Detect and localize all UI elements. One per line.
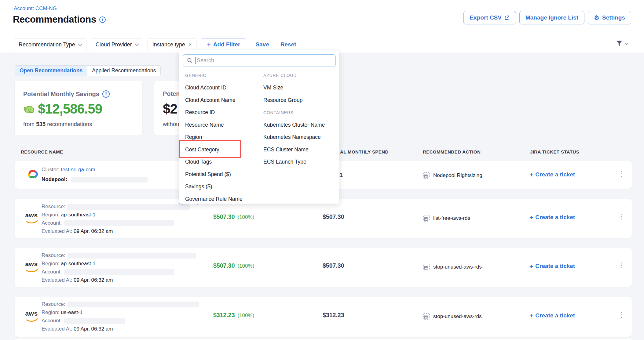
filter-chip-cloud-provider[interactable]: Cloud Provider <box>91 38 143 51</box>
breadcrumb[interactable]: Account: CCM-NG <box>14 5 57 12</box>
potential-monthly-savings-card: Potential Monthly Savings ? $12,586.59 f… <box>15 81 142 136</box>
evaluated-at-label: Evaluated At: <box>42 326 72 332</box>
search-icon <box>187 58 193 63</box>
filter-option-resource-id[interactable]: Resource ID <box>185 107 243 119</box>
redacted-value <box>68 253 196 259</box>
filter-option-kubernetes-namespace[interactable]: Kubernetes Namespace <box>263 131 325 144</box>
row-menu-kebab-icon[interactable]: ⋮ <box>618 262 625 269</box>
table-row: aws Resource: Region: us-east-1 Account:… <box>15 297 632 337</box>
filter-chip-recommendation-type[interactable]: Recommendation Type <box>14 38 86 51</box>
region-label: Region: <box>42 309 60 315</box>
region-label: Region: <box>42 212 60 218</box>
section-label-azure-cloud: AZURE CLOUD <box>263 69 325 82</box>
recommended-action-label: stop-unused-aws-rds <box>433 313 482 320</box>
filter-option-region[interactable]: Region <box>185 131 243 144</box>
filter-option-cloud-tags[interactable]: Cloud Tags <box>185 156 243 168</box>
filter-option-cost-category[interactable]: Cost Category <box>185 143 243 156</box>
table-row: aws Resource: Region: ap-southeast-1 Acc… <box>15 199 632 238</box>
export-csv-label: Export CSV <box>470 14 502 21</box>
recommendations-page: Account: CCM-NG Recommendations i Export… <box>0 0 644 340</box>
filter-option-kubernetes-cluster-name[interactable]: Kubernetes Cluster Name <box>263 119 325 131</box>
col-header-jira-ticket-status: JIRA TICKET STATUS <box>530 149 579 154</box>
recommendations-tabs: Open Recommendations Applied Recommendat… <box>15 65 161 76</box>
recommended-action-label: Nodepool Rightsizing <box>433 172 482 179</box>
evaluated-at-value: 09 Apr, 06:32 am <box>74 277 113 283</box>
filter-option-governance-rule-name[interactable]: Governance Rule Name <box>185 193 243 205</box>
row-menu-kebab-icon[interactable]: ⋮ <box>618 213 625 220</box>
redacted-value <box>64 269 174 275</box>
plus-icon: + <box>529 214 533 221</box>
top-bar: Account: CCM-NG Recommendations i Export… <box>0 0 644 36</box>
chip-label: Instance type <box>152 42 185 48</box>
gcp-icon <box>26 168 38 179</box>
reset-filter-button[interactable]: Reset <box>280 41 296 48</box>
filter-panel-toggle[interactable] <box>615 40 628 48</box>
add-filter-popup: GENERIC Cloud Account ID Cloud Account N… <box>179 50 339 204</box>
filter-option-savings[interactable]: Savings ($) <box>185 181 243 193</box>
section-label-generic: GENERIC <box>185 69 243 82</box>
create-ticket-link[interactable]: + Create a ticket <box>529 263 575 269</box>
create-ticket-link[interactable]: + Create a ticket <box>529 312 575 319</box>
redacted-value <box>64 220 174 226</box>
filter-option-resource-name[interactable]: Resource Name <box>185 119 243 131</box>
tab-open-recommendations[interactable]: Open Recommendations <box>15 66 87 76</box>
export-csv-button[interactable]: Export CSV <box>463 11 516 24</box>
create-ticket-link[interactable]: + Create a ticket <box>529 214 575 221</box>
aws-icon: aws <box>24 261 38 272</box>
help-icon[interactable]: ? <box>102 90 110 98</box>
filter-option-cloud-account-id[interactable]: Cloud Account ID <box>185 82 243 94</box>
settings-button[interactable]: ⚙ Settings <box>588 11 631 24</box>
resource-label: Resource: <box>42 252 65 258</box>
close-icon[interactable]: × <box>188 42 192 47</box>
chevron-down-icon[interactable] <box>78 42 82 46</box>
savings-note: from 535 recommendations <box>23 121 92 128</box>
evaluated-at-label: Evaluated At: <box>42 277 72 283</box>
broken-image-icon <box>423 215 430 222</box>
total-monthly-spend-value: $507.30 <box>323 262 344 269</box>
filter-option-ecs-cluster-name[interactable]: ECS Cluster Name <box>263 143 325 156</box>
filter-option-vm-size[interactable]: VM Size <box>263 82 325 94</box>
filter-option-resource-group[interactable]: Resource Group <box>263 94 325 107</box>
manage-ignore-list-button[interactable]: Manage Ignore List <box>519 11 584 24</box>
filter-chip-instance-type[interactable]: Instance type × <box>148 38 197 51</box>
plus-icon: + <box>529 263 533 269</box>
filter-option-ecs-launch-type[interactable]: ECS Launch Type <box>263 156 325 168</box>
tab-applied-recommendations[interactable]: Applied Recommendations <box>87 66 160 76</box>
region-value: ap-southeast-1 <box>61 261 95 266</box>
chevron-down-icon[interactable] <box>135 42 139 46</box>
row-menu-kebab-icon[interactable]: ⋮ <box>618 311 625 318</box>
region-label: Region: <box>42 261 60 266</box>
info-icon[interactable]: i <box>99 16 106 23</box>
redacted-value <box>68 302 199 307</box>
create-ticket-link[interactable]: + Create a ticket <box>529 171 575 178</box>
monthly-savings-value: $312.23(100%) <box>213 312 254 319</box>
save-filter-button[interactable]: Save <box>255 41 269 48</box>
col-header-resource-name: RESOURCE NAME <box>21 149 63 154</box>
monthly-savings-value: $507.30(100%) <box>213 262 254 269</box>
nodepool-label: Nodepool: <box>42 176 67 182</box>
cluster-label: Cluster: <box>42 167 60 172</box>
page-title: Recommendations <box>13 14 96 25</box>
search-input[interactable] <box>183 54 336 67</box>
divider <box>275 41 275 48</box>
cluster-link[interactable]: test-sri-qa-ccm <box>61 167 95 172</box>
savings-value: $12,586.59 <box>38 101 102 117</box>
filter-option-cloud-account-name[interactable]: Cloud Account Name <box>185 94 243 107</box>
evaluated-at-value: 09 Apr, 06:32 am <box>74 228 113 234</box>
text-cursor <box>196 57 196 64</box>
filter-option-potential-spend[interactable]: Potential Spend ($) <box>185 168 243 181</box>
card-title: Potential Monthly Savings <box>23 91 99 98</box>
redacted-value <box>68 204 190 210</box>
resource-label: Resource: <box>42 204 65 209</box>
row-menu-kebab-icon[interactable]: ⋮ <box>618 170 625 177</box>
chip-label: Cloud Provider <box>96 42 132 48</box>
add-filter-button[interactable]: + Add Filter <box>201 38 246 51</box>
account-label: Account: <box>42 269 62 275</box>
section-label-containers: CONTAINERS <box>263 107 325 119</box>
region-value: us-east-1 <box>61 309 82 315</box>
col-header-recommended-action: RECOMMENDED ACTION <box>423 149 481 154</box>
add-filter-label: Add Filter <box>213 41 240 48</box>
spend-note-fragment: withou <box>163 121 179 128</box>
manage-ignore-label: Manage Ignore List <box>525 14 578 21</box>
aws-icon: aws <box>24 310 38 322</box>
